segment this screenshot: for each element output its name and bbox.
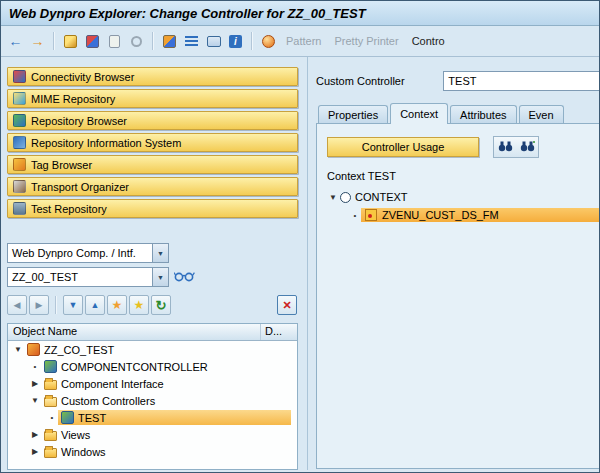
add-favorite-button[interactable]: ★ — [129, 295, 149, 315]
tree-node-custom-controllers[interactable]: ▼ Custom Controllers — [8, 392, 297, 409]
collapse-icon[interactable]: ▼ — [327, 193, 339, 202]
tab-context[interactable]: Context — [390, 103, 448, 124]
history-dropdown-icon[interactable]: ▼ — [152, 268, 168, 286]
display-object-button[interactable] — [173, 267, 197, 287]
copy-button[interactable] — [104, 31, 125, 52]
collapse-icon[interactable]: ▼ — [29, 396, 41, 405]
find-next-button[interactable] — [516, 137, 538, 157]
web-dynpro-explorer-window: Web Dynpro Explorer: Change Controller f… — [0, 0, 600, 473]
arrow-left-icon: ◀ — [14, 300, 21, 310]
arrow-down-icon: ▼ — [69, 300, 78, 310]
tree-node-windows[interactable]: ▶ Windows — [8, 443, 297, 460]
controller-button[interactable]: Contro — [406, 35, 451, 47]
table-icon — [207, 36, 221, 47]
controller-name-input[interactable]: TEST — [443, 71, 600, 91]
object-type-value: Web Dynpro Comp. / Intf. — [12, 247, 136, 259]
back-button[interactable]: ← — [5, 31, 26, 52]
pattern-button[interactable]: Pattern — [280, 35, 327, 47]
info-button[interactable]: i — [225, 31, 246, 52]
controller-tabstrip: Properties Context Attributes Even — [316, 103, 600, 124]
sidebar-button-mime-repository[interactable]: MIME Repository — [7, 89, 298, 108]
expand-all-button[interactable]: ▼ — [63, 295, 83, 315]
where-used-button[interactable] — [82, 31, 103, 52]
tree-node-views[interactable]: ▶ Views — [8, 426, 297, 443]
refresh-button[interactable]: ↻ — [151, 295, 171, 315]
navigator-toolbar: ◀ ▶ ▼ ▲ ★ ★ ↻ ✕ — [7, 295, 297, 315]
folder-icon — [44, 431, 57, 441]
repository-info-icon — [13, 136, 26, 149]
context-node-zvenu-cust-ds-fm[interactable]: • ZVENU_CUST_DS_FM — [317, 206, 600, 224]
context-root-icon — [340, 192, 351, 203]
arrow-up-icon: ▲ — [91, 300, 100, 310]
expand-icon[interactable]: ▶ — [29, 447, 41, 456]
collapse-icon[interactable]: ▼ — [12, 345, 24, 354]
clipboard-icon — [109, 35, 120, 48]
other-object-button[interactable] — [60, 31, 81, 52]
favorites-button[interactable]: ★ — [107, 295, 127, 315]
sidebar-button-repository-information-system[interactable]: Repository Information System — [7, 133, 298, 152]
tree-node-root[interactable]: ▼ ZZ_CO_TEST — [8, 341, 297, 358]
controller-usage-button[interactable]: Controller Usage — [327, 137, 479, 157]
back-icon: ← — [9, 34, 23, 48]
star-person-icon: ★ — [112, 298, 123, 312]
expand-icon[interactable]: ▶ — [29, 379, 41, 388]
open-folder-icon — [44, 397, 57, 407]
info-icon: i — [229, 35, 242, 48]
hierarchy-button[interactable] — [159, 31, 180, 52]
window-title: Web Dynpro Explorer: Change Controller f… — [9, 6, 366, 21]
previous-object-button[interactable]: ◀ — [7, 295, 27, 315]
tree-node-label: TEST — [78, 412, 106, 424]
tree-node-componentcontroller[interactable]: • COMPONENTCONTROLLER — [8, 358, 297, 375]
tab-attributes[interactable]: Attributes — [450, 105, 516, 124]
context-node-icon — [365, 209, 377, 221]
sidebar-button-label: Repository Information System — [31, 137, 181, 149]
close-icon: ✕ — [282, 299, 291, 312]
connectivity-icon — [13, 70, 26, 83]
collapse-all-button[interactable]: ▲ — [85, 295, 105, 315]
pretty-printer-button[interactable]: Pretty Printer — [328, 35, 404, 47]
table-view-button[interactable] — [203, 31, 224, 52]
next-object-button[interactable]: ▶ — [29, 295, 49, 315]
tab-properties[interactable]: Properties — [318, 105, 388, 124]
context-root-node[interactable]: ▼ CONTEXT — [317, 188, 600, 206]
tree-node-label: Custom Controllers — [61, 395, 155, 407]
find-button[interactable] — [494, 137, 516, 157]
sidebar-button-connectivity-browser[interactable]: Connectivity Browser — [7, 67, 298, 86]
sort-button[interactable] — [181, 31, 202, 52]
tab-events[interactable]: Even — [519, 105, 564, 124]
activate-button[interactable] — [258, 31, 279, 52]
sidebar-button-label: Repository Browser — [31, 115, 127, 127]
forward-button[interactable]: → — [27, 31, 48, 52]
bars-icon — [185, 36, 198, 47]
chevron-down-icon[interactable]: ▼ — [152, 244, 168, 262]
tree-node-label: Windows — [61, 446, 106, 458]
arrow-right-icon: ▶ — [36, 300, 43, 310]
sidebar-button-transport-organizer[interactable]: Transport Organizer — [7, 177, 298, 196]
repository-icon — [13, 114, 26, 127]
toolbar-separator — [152, 32, 154, 50]
tree-node-label: ZVENU_CUST_DS_FM — [382, 209, 499, 221]
toolbar-separator — [53, 32, 55, 50]
org-chart-icon — [163, 35, 176, 48]
object-type-select[interactable]: Web Dynpro Comp. / Intf. ▼ — [7, 243, 169, 263]
sidebar-button-repository-browser[interactable]: Repository Browser — [7, 111, 298, 130]
sidebar-button-tag-browser[interactable]: Tag Browser — [7, 155, 298, 174]
record-button[interactable] — [126, 31, 147, 52]
expand-icon[interactable]: ▶ — [29, 430, 41, 439]
object-name-input[interactable]: ZZ_00_TEST ▼ — [7, 267, 169, 287]
title-bar: Web Dynpro Explorer: Change Controller f… — [1, 1, 599, 26]
bullet-icon: • — [349, 211, 361, 220]
description-column-header: D... — [261, 324, 297, 340]
sidebar-button-test-repository[interactable]: Test Repository — [7, 199, 298, 218]
transport-icon — [13, 180, 26, 193]
close-browser-button[interactable]: ✕ — [277, 295, 297, 315]
tree-header: Object Name D... — [8, 324, 297, 341]
folder-icon — [44, 380, 57, 390]
tree-node-label: CONTEXT — [355, 191, 408, 203]
main-toolbar: ← → i Pattern Pretty Printer Contro — [1, 26, 599, 57]
tree-node-component-interface[interactable]: ▶ Component Interface — [8, 375, 297, 392]
mime-icon — [13, 92, 26, 105]
controller-editor-panel: Custom Controller TEST Properties Contex… — [307, 57, 600, 470]
tree-node-test[interactable]: • TEST — [8, 409, 297, 426]
custom-controller-label: Custom Controller — [316, 75, 443, 87]
